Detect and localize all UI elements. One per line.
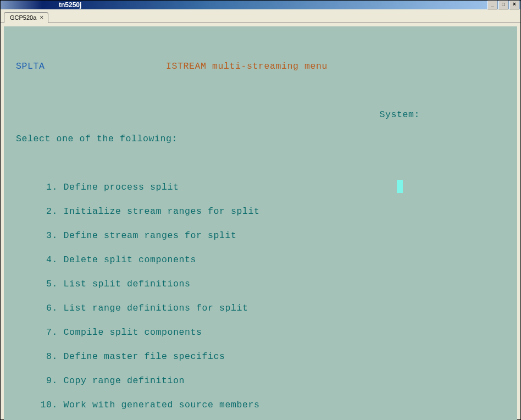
menu-item-number: 3.	[38, 230, 58, 242]
menu-item-number: 6.	[38, 302, 58, 314]
menu-item-label: Delete split components	[58, 255, 196, 265]
menu-item[interactable]: 10. Work with generated source members	[16, 399, 505, 411]
menu-item-label: List range definitions for split	[58, 303, 248, 313]
menu-item[interactable]: 1. Define process split	[16, 181, 505, 194]
cursor-icon	[397, 180, 403, 193]
menu-item[interactable]: 9. Copy range definition	[16, 375, 505, 387]
menu-item[interactable]: 7. Compile split components	[16, 327, 505, 339]
menu-item-label: Initialize stream ranges for split	[58, 206, 260, 217]
menu-item-label: Define process split	[58, 182, 179, 192]
tab-label: GCP520a	[10, 14, 36, 21]
minimize-button[interactable]: _	[487, 1, 497, 9]
menu-item-number: 4.	[38, 254, 58, 266]
menu-item-number: 9.	[38, 375, 58, 387]
app-window: tn5250j _ □ × GCP520a × SPLTA ISTREAM mu…	[0, 0, 521, 420]
menu-item-label: List split definitions	[58, 279, 191, 289]
menu-item-number: 1.	[38, 181, 58, 194]
menu-item-number: 8.	[38, 351, 58, 363]
menu-item[interactable]: 2. Initialize stream ranges for split	[16, 206, 505, 218]
menu-item[interactable]: 5. List split definitions	[16, 278, 505, 290]
select-prompt: Select one of the following:	[16, 134, 178, 144]
menu-item-number: 2.	[38, 206, 58, 218]
page-title: ISTREAM multi-streaming menu	[166, 61, 328, 71]
menu-item-label: Work with generated source members	[58, 400, 260, 410]
session-tab[interactable]: GCP520a ×	[4, 12, 48, 23]
window-controls: _ □ ×	[486, 1, 519, 9]
close-button[interactable]: ×	[509, 1, 519, 9]
tabstrip: GCP520a ×	[1, 9, 520, 23]
terminal-screen[interactable]: SPLTA ISTREAM multi-streaming menu Syste…	[4, 26, 517, 420]
menu-item[interactable]: 8. Define master file specifics	[16, 351, 505, 363]
menu-item[interactable]: 3. Define stream ranges for split	[16, 230, 505, 242]
titlebar: tn5250j _ □ ×	[1, 1, 520, 9]
window-title: tn5250j	[57, 1, 486, 9]
menu-item-label: Compile split components	[58, 327, 202, 338]
menu-id: SPLTA	[16, 61, 45, 71]
maximize-button[interactable]: □	[498, 1, 508, 9]
menu-item-label: Define master file specifics	[58, 351, 225, 362]
menu-item-label: Copy range definition	[58, 375, 185, 386]
close-icon[interactable]: ×	[40, 15, 43, 20]
menu-item-number: 7.	[38, 327, 58, 339]
menu-item-label: Define stream ranges for split	[58, 230, 237, 241]
system-label: System:	[380, 109, 420, 120]
menu-item[interactable]: 4. Delete split components	[16, 254, 505, 266]
menu-list: 1. Define process split 2. Initialize st…	[16, 181, 505, 420]
menu-item-number: 10.	[38, 399, 58, 411]
menu-item[interactable]: 6. List range definitions for split	[16, 302, 505, 314]
menu-item-number: 5.	[38, 278, 58, 290]
